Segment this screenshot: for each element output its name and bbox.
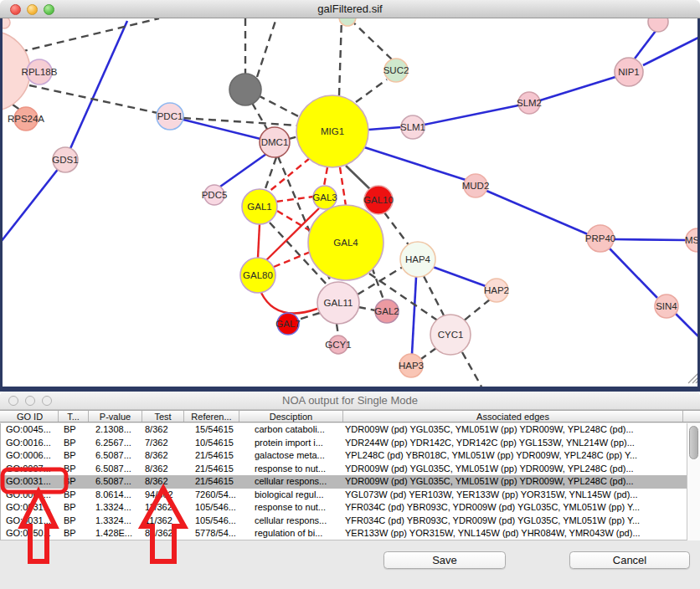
node-mud2[interactable]: MUD2 [462,174,490,197]
node-label: GAL2 [374,306,399,316]
scrollbar-thumb[interactable] [689,426,698,459]
table-row[interactable]: GO:0045...BP2.1308...8/36215/54615carbon… [1,423,687,437]
table-row[interactable]: GO:0006...BP6.5087...8/36221/54615galact… [1,449,687,463]
graph-edge-blue[interactable] [643,37,700,65]
graph-edge-dashed[interactable] [258,95,303,119]
graph-edge-dashed[interactable] [29,85,157,113]
node-pdc5[interactable]: PDC5 [202,185,228,205]
graph-edge-red[interactable] [258,224,260,258]
graph-edge-dashed[interactable] [358,307,375,310]
graph-edge-blue[interactable] [1,160,65,242]
graph-edge-blue[interactable] [486,191,588,234]
graph-edge-red-dashed[interactable] [324,167,327,186]
graph-edge-dashed[interactable] [424,276,444,315]
node-suc2[interactable]: SUC2 [383,59,409,82]
table-row[interactable]: GO:0031...BP1.3324...11/362105/546...cel… [1,515,687,528]
column-header-p-value[interactable]: P-value [89,411,142,422]
column-header-test[interactable]: Test [142,411,184,422]
column-header-associated-edges[interactable]: Associated edges [343,411,683,422]
table-row[interactable]: GO:0007...BP6.5087...8/36221/54615respon… [1,463,687,476]
graph-edge-blue[interactable] [614,239,687,240]
node-slm2[interactable]: SLM2 [517,92,542,114]
table-row[interactable]: GO:0031...BP1.3324...11/362105/546...res… [1,501,687,515]
node-hap2[interactable]: HAP2 [484,279,509,302]
node-nip1[interactable]: NIP1 [615,58,643,86]
graph-edge-blue[interactable] [362,146,466,180]
save-button[interactable]: Save [383,551,506,569]
node-gds1[interactable]: GDS1 [52,147,78,172]
graph-edge-blue[interactable] [610,248,657,298]
graph-edge-dashed[interactable] [352,21,392,59]
node-gal1[interactable]: GAL1 [242,189,277,224]
column-header-description[interactable]: Desciption [239,411,343,422]
node-tr-pink[interactable] [648,18,668,32]
node-slm1[interactable]: SLM1 [400,115,425,139]
graph-edge-dashed[interactable] [462,352,481,387]
node-rps24a[interactable]: RPS24A [8,107,44,131]
cell-description: regulation of bi... [240,527,344,540]
graph-window: galFiltered.sif RPL18BRPS24AGDS1PDC1DMC1… [0,0,700,392]
column-header-reference[interactable]: Referen... [184,411,239,422]
network-canvas[interactable]: RPL18BRPS24AGDS1PDC1DMC1MIG1SUC2SLM1SLM2… [0,18,700,392]
table-scrollbar[interactable] [687,423,700,540]
graph-edge-blue[interactable] [433,267,486,286]
graph-window-titlebar[interactable]: galFiltered.sif [0,0,700,18]
node-mig1[interactable]: MIG1 [296,95,368,167]
node-label: RPL18B [22,67,58,77]
column-header-go-id[interactable]: GO ID [2,411,59,422]
graph-edge-dashed[interactable] [298,313,320,320]
graph-edge-dashed[interactable] [463,300,490,321]
node-gal7[interactable]: GAL7 [275,313,300,335]
table-row[interactable]: GO:0065...BP8.0614...94/3627260/54...bio… [1,489,687,502]
graph-edge-red[interactable] [261,293,317,313]
graph-edge-dashed[interactable] [421,348,436,359]
column-header-type[interactable]: T... [59,411,89,422]
node-gal11[interactable]: GAL11 [317,282,359,324]
table-row[interactable]: GO:0050...BP1.428E...80/3625778/54...reg… [1,527,687,540]
cell-description: response to nut... [240,501,344,515]
table-row-selected[interactable]: GO:0031...BP6.5087...8/36221/54615cellul… [1,475,687,489]
node-gal3[interactable]: GAL3 [312,186,337,209]
node-top-green[interactable] [339,18,356,26]
table-row[interactable]: GO:0016...BP6.2567...7/36210/54615protei… [1,437,687,450]
cancel-button[interactable]: Cancel [569,551,690,569]
node-sin4[interactable]: SIN4 [655,294,678,318]
graph-edge-blue[interactable] [220,154,266,187]
node-hap3[interactable]: HAP3 [399,354,424,377]
graph-edge-dashed[interactable] [257,18,276,77]
graph-edge-dashed[interactable] [339,18,342,95]
cell-test: 8/362 [143,463,185,476]
cell-description: cellular respons... [240,515,344,528]
graph-edge-red-dashed[interactable] [274,252,311,267]
node-label: GDS1 [52,155,78,165]
graph-edge-blue[interactable] [65,21,127,160]
noa-window-titlebar[interactable]: NOA output for Single Mode [0,392,700,410]
node-gal10[interactable]: GAL10 [363,186,394,214]
node-hap4[interactable]: HAP4 [400,242,435,277]
node-label: GAL1 [247,202,271,212]
node-pdc1[interactable]: PDC1 [157,103,183,130]
graph-edge-dashed[interactable] [356,79,387,102]
graph-edge-blue[interactable] [412,277,416,354]
node-dmc1[interactable]: DMC1 [260,127,290,157]
node-gcy1[interactable]: GCY1 [325,335,351,354]
graph-edge-dashed[interactable] [20,18,159,52]
graph-edge-blue[interactable] [368,127,401,130]
node-gray-node[interactable] [229,74,261,105]
graph-edge-dashed[interactable] [337,324,338,335]
graph-edge-red-dashed[interactable] [340,167,346,206]
node-gal2[interactable]: GAL2 [374,300,399,323]
graph-edge-blue[interactable] [425,105,518,125]
graph-edge-dashed[interactable] [252,103,268,131]
canvas-border-left [0,18,3,392]
node-label: GAL11 [324,298,353,308]
graph-edge-blue[interactable] [540,77,615,100]
graph-edge-dashed[interactable] [384,213,409,246]
node-gal80[interactable]: GAL80 [240,258,275,293]
node-prp40[interactable]: PRP40 [585,225,615,252]
node-cyc1[interactable]: CYC1 [430,315,471,355]
graph-edge-blue[interactable] [676,314,700,338]
node-gal4[interactable]: GAL4 [308,205,383,280]
graph-window-title: galFiltered.sif [0,3,700,15]
graph-edge-blue[interactable] [635,31,656,59]
